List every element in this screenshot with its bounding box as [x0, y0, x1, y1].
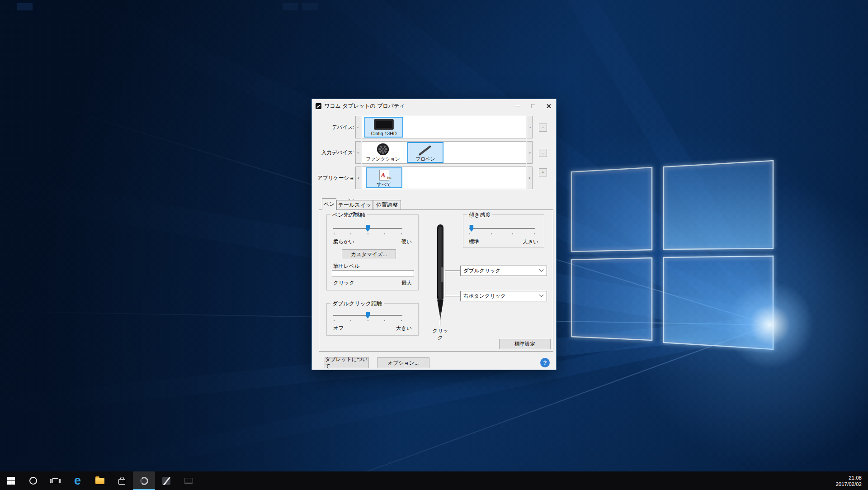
cortana-circle-icon — [29, 477, 37, 485]
default-settings-button[interactable]: 標準設定 — [499, 339, 551, 349]
application-list: A✏ すべて — [362, 167, 526, 189]
help-button[interactable]: ? — [540, 358, 550, 367]
titlebar-fragment — [302, 3, 318, 10]
tab-position-adjust[interactable]: 位置調整 — [373, 200, 401, 209]
edge-taskbar-button[interactable]: e — [66, 471, 89, 490]
task-view-icon — [50, 478, 61, 483]
options-button[interactable]: オプション... — [377, 357, 429, 368]
device-label: デバイス: — [312, 116, 354, 138]
slider-ticks — [469, 233, 535, 234]
lower-switch-function-select[interactable]: 右ボタンクリック — [460, 291, 547, 301]
application-prev-button[interactable]: < — [355, 167, 361, 189]
tilt-sensitivity-title: 傾き感度 — [467, 211, 492, 219]
tablet-display-icon — [374, 119, 394, 130]
input-next-button[interactable]: > — [527, 141, 533, 164]
input-tile-propen[interactable]: プロペン — [407, 142, 443, 163]
tip-feel-max-label: 硬い — [401, 238, 412, 245]
application-next-button[interactable]: > — [527, 167, 533, 189]
switch-connector-line — [445, 271, 445, 296]
pen-icon — [417, 144, 434, 156]
pen-tip-feel-group: ペン先の感触 柔らかい 硬い カスタマイズ... 筆圧レベル クリック 最大 — [326, 214, 419, 290]
title-bar[interactable]: ワコム タブレットの プロパティ — [312, 99, 556, 113]
clock-time: 21:08 — [835, 475, 862, 481]
customize-button[interactable]: カスタマイズ... — [342, 249, 396, 259]
store-taskbar-button[interactable] — [111, 471, 133, 490]
lower-switch-function-value: 右ボタンクリック — [463, 293, 506, 300]
taskbar-clock[interactable]: 21:08 2017/02/02 — [835, 475, 862, 487]
pressure-level-bar — [332, 270, 414, 276]
device-prev-button[interactable]: < — [355, 116, 361, 138]
system-tray[interactable]: 21:08 2017/02/02 — [835, 471, 868, 490]
pressure-min-label: クリック — [333, 280, 354, 286]
upper-switch-function-select[interactable]: ダブルクリック — [460, 266, 547, 276]
input-tile-functions[interactable]: ファンクション — [371, 142, 395, 163]
wacom-tablet-properties-taskbar-button[interactable] — [177, 471, 199, 490]
pen-tip-click-label: クリック — [431, 328, 450, 341]
pressure-max-label: 最大 — [401, 280, 412, 286]
input-device-selector-row: 入力デバイス: < ファンクション プロペン > — [312, 141, 556, 164]
folder-icon — [95, 478, 104, 484]
input-remove-button[interactable]: - — [539, 149, 547, 157]
about-tablet-button[interactable]: タブレットについて — [325, 357, 369, 368]
pen-tip-feel-title: ペン先の感触 — [330, 211, 367, 219]
application-add-button[interactable]: + — [539, 168, 547, 176]
tilt-max-label: 大きい — [523, 238, 538, 245]
cortana-search-button[interactable] — [22, 471, 44, 490]
tilt-min-label: 標準 — [469, 238, 479, 245]
switch-upper-connector-line — [445, 271, 460, 271]
pen-illustration — [428, 224, 453, 323]
slider-ticks — [334, 320, 402, 321]
wacom-desktop-center-taskbar-button[interactable] — [133, 471, 155, 490]
function-dial-icon — [377, 143, 389, 155]
device-remove-button[interactable]: - — [539, 124, 547, 132]
double-click-distance-group: ダブルクリック距離 オフ 大きい — [326, 303, 419, 336]
tilt-sensitivity-slider[interactable] — [469, 225, 535, 236]
upper-switch-function-value: ダブルクリック — [463, 267, 500, 274]
close-icon — [546, 104, 551, 109]
pen-tab-panel: ペン先の感触 柔らかい 硬い カスタマイズ... 筆圧レベル クリック 最大 ダ… — [319, 209, 553, 352]
input-prev-button[interactable]: < — [355, 141, 361, 164]
device-selector-row: デバイス: < Cintiq 13HD > — [312, 116, 556, 138]
clip-studio-pen-icon — [162, 477, 170, 485]
wacom-app-icon — [316, 103, 321, 109]
slider-thumb[interactable] — [366, 312, 370, 319]
pressure-level-label: 筆圧レベル — [333, 263, 359, 270]
store-bag-icon — [118, 479, 125, 485]
device-next-button[interactable]: > — [527, 116, 533, 138]
edge-icon: e — [74, 475, 81, 487]
start-button[interactable] — [0, 471, 22, 490]
pen-tip-feel-slider[interactable] — [333, 225, 402, 236]
tablet-icon — [184, 478, 193, 484]
application-tile-all[interactable]: A✏ すべて — [366, 167, 402, 188]
slider-thumb[interactable] — [366, 225, 370, 232]
clip-studio-taskbar-button[interactable] — [155, 471, 177, 490]
window-title: ワコム タブレットの プロパティ — [324, 102, 405, 110]
clock-date: 2017/02/02 — [835, 481, 862, 487]
slider-thumb[interactable] — [469, 225, 473, 232]
chevron-down-icon — [539, 293, 544, 297]
file-explorer-taskbar-button[interactable] — [89, 471, 111, 490]
titlebar-fragment — [283, 3, 298, 10]
double-click-distance-slider[interactable] — [333, 312, 402, 323]
tab-tail-switch[interactable]: テールスイッチ — [336, 200, 373, 209]
task-view-button[interactable] — [44, 471, 66, 490]
maximize-button[interactable] — [525, 99, 541, 113]
maximize-icon — [531, 104, 535, 108]
pen-tip-pointer-line — [440, 320, 440, 326]
chevron-down-icon — [539, 267, 544, 272]
close-button[interactable] — [541, 99, 556, 113]
minimize-button[interactable] — [510, 99, 525, 113]
device-tile-cintiq13hd[interactable]: Cintiq 13HD — [364, 117, 403, 138]
double-click-distance-title: ダブルクリック距離 — [330, 300, 384, 308]
input-device-label: 入力デバイス: — [312, 141, 354, 164]
windows-logo-icon — [7, 477, 15, 485]
application-label: アプリケーション: — [312, 167, 354, 189]
application-selector-row: アプリケーション: < A✏ すべて > — [312, 167, 556, 189]
tilt-sensitivity-group: 傾き感度 標準 大きい — [463, 214, 544, 248]
tip-feel-min-label: 柔らかい — [333, 238, 354, 245]
switch-lower-connector-line — [445, 296, 460, 296]
tab-pen[interactable]: ペン — [322, 198, 336, 210]
input-device-list: ファンクション プロペン — [362, 141, 526, 164]
device-list: Cintiq 13HD — [362, 116, 526, 138]
double-click-max-label: 大きい — [396, 325, 412, 332]
